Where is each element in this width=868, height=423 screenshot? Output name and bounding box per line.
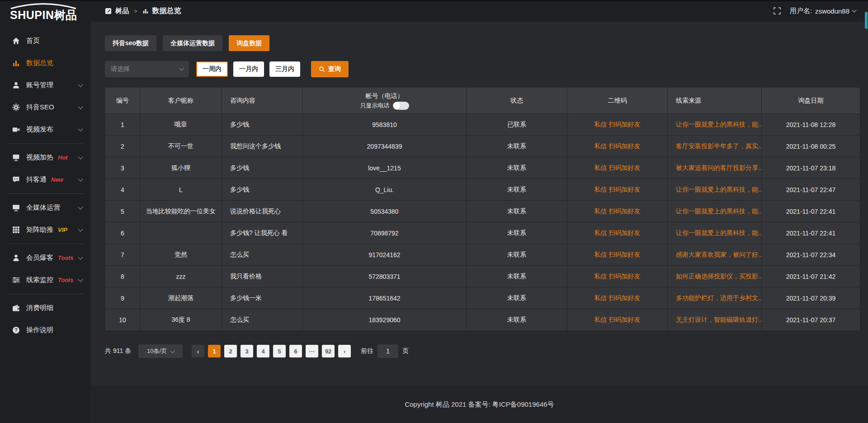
prev-page-button[interactable]: ‹ xyxy=(192,345,204,357)
sidebar-item-douketong[interactable]: 抖客通 New xyxy=(0,169,90,191)
gear-icon xyxy=(12,103,20,111)
cell-nickname: zzz xyxy=(140,266,222,287)
page-button-92[interactable]: 92 xyxy=(322,345,335,357)
qr-actions-link[interactable]: 私信 扫码加好友 xyxy=(594,251,641,258)
sidebar-item-data-overview[interactable]: 数据总览 xyxy=(0,52,90,74)
sidebar-item-lead-monitor[interactable]: 线索监控 Tools xyxy=(0,269,90,291)
sidebar-item-label: 首页 xyxy=(26,37,40,45)
qr-actions-link[interactable]: 私信 扫码加好友 xyxy=(594,142,641,150)
breadcrumb: 树品 > 数据总览 xyxy=(105,6,181,16)
main-area: 树品 > 数据总览 用户名: zswodun88 抖音seo数据 全媒体运营数据… xyxy=(90,0,868,423)
sidebar-item-matrix-boost[interactable]: 矩阵助推 VIP xyxy=(0,219,90,241)
page-size-label: 10条/页 xyxy=(147,347,167,355)
qr-actions-link[interactable]: 私信 扫码加好友 xyxy=(594,294,641,301)
cell-id: 7 xyxy=(105,244,140,266)
sidebar-item-douyin-seo[interactable]: 抖音SEO xyxy=(0,96,90,118)
page-button-4[interactable]: 4 xyxy=(257,345,269,357)
cell-date: 2021-11-07 22:47 xyxy=(762,179,860,201)
member-icon xyxy=(12,254,20,262)
user-menu[interactable]: 用户名: zswodun88 xyxy=(790,7,856,15)
phone-only-toggle[interactable] xyxy=(393,102,409,110)
svg-text:?: ? xyxy=(14,328,17,333)
cell-account: 70898792 xyxy=(303,222,467,244)
sidebar-item-video-heat[interactable]: 视频加热 Hot xyxy=(0,146,90,169)
search-button[interactable]: 查询 xyxy=(311,61,349,77)
range-month-button[interactable]: 一月内 xyxy=(233,61,264,77)
sidebar-item-omni-media[interactable]: 全媒体运营 xyxy=(0,197,90,219)
hot-badge: Hot xyxy=(58,154,68,161)
chevron-down-icon xyxy=(852,8,857,12)
source-link[interactable]: 让你一眼就爱上的黑科技，能... xyxy=(676,207,762,215)
page-size-select[interactable]: 10条/页 xyxy=(138,344,183,358)
cell-id: 10 xyxy=(105,309,140,331)
cell-nickname: 潮起潮落 xyxy=(140,287,222,309)
cell-date: 2021-11-07 20:37 xyxy=(762,309,860,331)
sidebar-item-label: 消费明细 xyxy=(26,304,53,312)
scrollbar-thumb[interactable] xyxy=(865,12,868,29)
next-page-button[interactable]: › xyxy=(338,345,351,357)
cell-content: 说说价格让我死心 xyxy=(222,201,303,222)
phone-toggle-label: 只显示电话 xyxy=(360,102,390,110)
sidebar-item-home[interactable]: 首页 xyxy=(0,30,90,52)
sidebar-item-label: 矩阵助推 xyxy=(26,226,53,234)
qr-actions-link[interactable]: 私信 扫码加好友 xyxy=(594,186,641,193)
cell-status: 未联系 xyxy=(467,136,567,157)
sidebar-item-instructions[interactable]: ? 操作说明 xyxy=(0,319,90,341)
source-link[interactable]: 无主灯设计，智能磁吸轨道灯... xyxy=(676,316,762,323)
cell-date: 2021-11-07 22:34 xyxy=(762,244,860,266)
fullscreen-icon[interactable] xyxy=(774,7,781,14)
cell-nickname: 觉然 xyxy=(140,244,222,266)
form-icon xyxy=(105,8,112,14)
goto-page-input[interactable] xyxy=(377,344,398,358)
sidebar-item-consumption-detail[interactable]: 消费明细 xyxy=(0,297,90,319)
cell-id: 2 xyxy=(105,136,140,157)
source-link[interactable]: 如何正确选择投影仪，买投影... xyxy=(676,273,762,280)
source-link[interactable]: 感谢大家喜欢我家，被问了好... xyxy=(676,251,762,258)
source-link[interactable]: 客厅安装投影半年多了，真实... xyxy=(676,142,762,150)
sidebar-item-account-mgmt[interactable]: 账号管理 xyxy=(0,74,90,96)
table-row: 8 zzz 我只看价格 572803371 未联系 私信 扫码加好友 如何正确选… xyxy=(105,266,860,287)
qr-actions-link[interactable]: 私信 扫码加好友 xyxy=(594,121,641,128)
page-button-5[interactable]: 5 xyxy=(273,345,286,357)
range-week-button[interactable]: 一周内 xyxy=(196,61,228,77)
page-button-6[interactable]: 6 xyxy=(289,345,302,357)
cell-nickname: 不可一世 xyxy=(140,136,222,157)
page-button-3[interactable]: 3 xyxy=(241,345,253,357)
chevron-down-icon xyxy=(78,226,83,231)
sidebar-item-video-publish[interactable]: 视频发布 xyxy=(0,118,90,141)
cell-status: 未联系 xyxy=(467,222,567,244)
source-link[interactable]: 多功能护栏灯，适用于乡村文... xyxy=(676,294,762,301)
footer: Copyright 树品 2021 备案号: 粤ICP备09019646号 xyxy=(90,386,868,423)
range-three-months-button[interactable]: 三月内 xyxy=(269,61,300,77)
page-ellipsis-button[interactable]: ··· xyxy=(306,345,318,357)
cell-id: 3 xyxy=(105,157,140,179)
breadcrumb-root[interactable]: 树品 xyxy=(115,7,129,15)
page-button-2[interactable]: 2 xyxy=(224,345,237,357)
cell-account: Q_Liu. xyxy=(303,179,467,201)
cell-date: 2021-11-07 22:41 xyxy=(762,201,860,222)
qr-actions-link[interactable]: 私信 扫码加好友 xyxy=(594,207,641,215)
sliders-icon xyxy=(12,276,20,284)
qr-actions-link[interactable]: 私信 扫码加好友 xyxy=(594,316,641,323)
logo-arc xyxy=(9,3,78,9)
cell-account: 178651642 xyxy=(303,287,467,309)
sidebar-item-member-baoke[interactable]: 会员爆客 Tools xyxy=(0,247,90,269)
source-link[interactable]: 让你一眼就爱上的黑科技，能... xyxy=(676,186,762,193)
source-link[interactable]: 被大家追着问的客厅投影分享... xyxy=(676,164,762,171)
source-link[interactable]: 让你一眼就爱上的黑科技，能... xyxy=(676,121,762,128)
tab-douyin-seo-data[interactable]: 抖音seo数据 xyxy=(105,35,156,51)
cell-status: 未联系 xyxy=(467,287,567,309)
search-button-label: 查询 xyxy=(328,65,341,73)
sidebar-item-label: 全媒体运营 xyxy=(26,203,60,212)
tab-omni-media-data[interactable]: 全媒体运营数据 xyxy=(163,35,222,51)
qr-actions-link[interactable]: 私信 扫码加好友 xyxy=(594,229,641,236)
monitor-icon xyxy=(12,204,20,212)
cell-status: 未联系 xyxy=(467,266,567,287)
qr-actions-link[interactable]: 私信 扫码加好友 xyxy=(594,273,641,280)
filter-select[interactable]: 请选择 xyxy=(105,61,189,77)
page-button-1[interactable]: 1 xyxy=(208,345,221,357)
qr-actions-link[interactable]: 私信 扫码加好友 xyxy=(594,164,641,171)
video-camera-icon xyxy=(12,126,20,133)
source-link[interactable]: 让你一眼就爱上的黑科技，能... xyxy=(676,229,762,236)
tab-inquiry-data[interactable]: 询盘数据 xyxy=(229,35,269,51)
